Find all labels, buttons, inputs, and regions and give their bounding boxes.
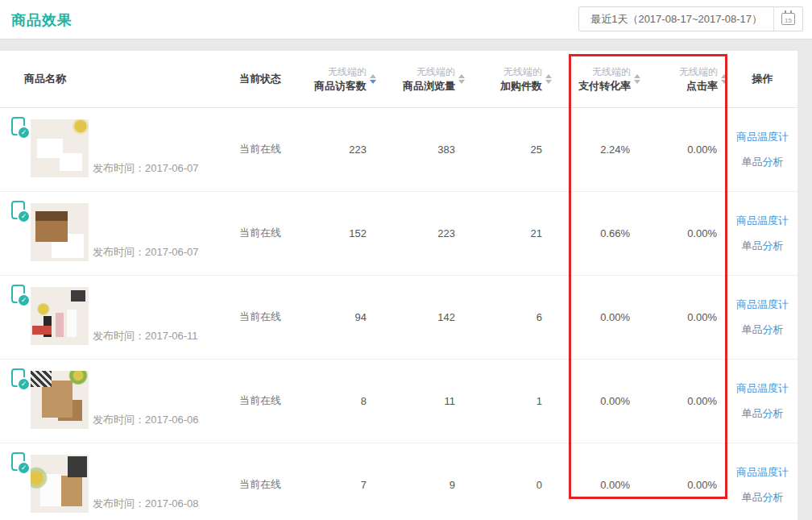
cart-adds-cell: 6 [465, 275, 552, 359]
col-header-cart-adds[interactable]: 无线端的 加购件数 [465, 51, 552, 107]
action-link-item-analysis[interactable]: 单品分析 [742, 406, 784, 421]
pay-conversion-cell: 0.00% [552, 275, 640, 359]
page-gap [0, 40, 812, 51]
table-row: 发布时间：2017-06-07 当前在线 152 223 21 0.66% 0.… [0, 191, 798, 275]
action-link-thermometer[interactable]: 商品温度计 [736, 297, 789, 312]
col-header-status: 当前状态 [230, 51, 304, 107]
views-cell: 9 [378, 443, 465, 520]
ctr-cell: 0.00% [640, 191, 727, 275]
action-link-thermometer[interactable]: 商品温度计 [736, 214, 789, 228]
date-range-label: 最近1天（2017-08-17~2017-08-17） [579, 7, 773, 31]
table-row: 发布时间：2017-06-08 当前在线 7 9 0 0.00% 0.00% 商… [0, 443, 798, 520]
views-cell: 383 [378, 107, 465, 191]
action-link-item-analysis[interactable]: 单品分析 [742, 155, 784, 169]
calendar-day-number: 15 [785, 17, 792, 24]
views-cell: 223 [378, 191, 465, 275]
ctr-cell: 0.00% [640, 359, 727, 443]
product-effect-table: 商品名称 当前状态 无线端的 商品访客数 无线端的 [0, 51, 798, 520]
status-cell: 当前在线 [230, 107, 304, 191]
calendar-button[interactable]: 15 [773, 7, 802, 31]
action-link-thermometer[interactable]: 商品温度计 [736, 465, 789, 480]
visitors-cell: 223 [304, 107, 378, 191]
action-link-item-analysis[interactable]: 单品分析 [742, 239, 784, 253]
mobile-verified-icon [11, 285, 25, 303]
views-cell: 11 [378, 359, 465, 443]
cart-adds-cell: 1 [465, 359, 552, 443]
visitors-cell: 94 [304, 275, 378, 359]
ctr-cell: 0.00% [640, 107, 727, 191]
status-cell: 当前在线 [230, 191, 304, 275]
product-table-card: 商品名称 当前状态 无线端的 商品访客数 无线端的 [0, 51, 798, 520]
sort-icon-ctr[interactable] [721, 74, 727, 84]
col-header-product-name: 商品名称 [0, 51, 230, 107]
col-header-views[interactable]: 无线端的 商品浏览量 [378, 51, 465, 107]
mobile-verified-icon [11, 201, 25, 219]
action-link-item-analysis[interactable]: 单品分析 [742, 490, 784, 505]
ctr-cell: 0.00% [640, 443, 727, 520]
col-header-ctr[interactable]: 无线端的 点击率 [640, 51, 727, 107]
mobile-verified-icon [11, 117, 25, 135]
product-thumbnail[interactable] [31, 455, 89, 513]
pay-conversion-cell: 0.66% [552, 191, 640, 275]
status-cell: 当前在线 [230, 443, 304, 520]
cart-adds-cell: 25 [465, 107, 552, 191]
table-row: 发布时间：2017-06-07 当前在线 223 383 25 2.24% 0.… [0, 107, 798, 191]
table-row: 发布时间：2017-06-11 当前在线 94 142 6 0.00% 0.00… [0, 275, 798, 359]
status-cell: 当前在线 [230, 275, 304, 359]
visitors-cell: 7 [304, 443, 378, 520]
cart-adds-cell: 21 [465, 191, 552, 275]
status-cell: 当前在线 [230, 359, 304, 443]
publish-time: 发布时间：2017-06-07 [93, 161, 199, 176]
pay-conversion-cell: 0.00% [552, 443, 640, 520]
product-thumbnail[interactable] [31, 371, 89, 429]
col-header-visitors[interactable]: 无线端的 商品访客数 [304, 51, 378, 107]
mobile-verified-icon [11, 452, 25, 471]
action-link-thermometer[interactable]: 商品温度计 [736, 381, 789, 396]
publish-time: 发布时间：2017-06-08 [93, 497, 199, 511]
calendar-icon: 15 [781, 13, 795, 25]
sort-icon-visitors[interactable] [370, 74, 376, 84]
table-header-row: 商品名称 当前状态 无线端的 商品访客数 无线端的 [0, 51, 798, 107]
top-bar: 商品效果 最近1天（2017-08-17~2017-08-17） 15 [0, 0, 812, 40]
pay-conversion-cell: 2.24% [552, 107, 640, 191]
visitors-cell: 8 [304, 359, 378, 443]
cart-adds-cell: 0 [465, 443, 552, 520]
publish-time: 发布时间：2017-06-11 [93, 329, 198, 343]
publish-time: 发布时间：2017-06-06 [93, 413, 199, 427]
date-range-picker[interactable]: 最近1天（2017-08-17~2017-08-17） 15 [578, 6, 803, 31]
views-cell: 142 [378, 275, 465, 359]
table-row: 发布时间：2017-06-06 当前在线 8 11 1 0.00% 0.00% … [0, 359, 798, 443]
mobile-verified-icon [11, 368, 25, 387]
col-header-actions: 操作 [727, 51, 798, 107]
action-link-item-analysis[interactable]: 单品分析 [742, 322, 784, 337]
product-thumbnail[interactable] [31, 119, 89, 177]
sort-icon-pay-conversion[interactable] [634, 74, 640, 84]
pay-conversion-cell: 0.00% [552, 359, 640, 443]
ctr-cell: 0.00% [640, 275, 727, 359]
sort-icon-cart-adds[interactable] [545, 74, 552, 84]
col-header-pay-conversion[interactable]: 无线端的 支付转化率 [552, 51, 640, 107]
action-link-thermometer[interactable]: 商品温度计 [736, 130, 789, 144]
product-thumbnail[interactable] [31, 287, 89, 345]
product-thumbnail[interactable] [31, 203, 89, 261]
sort-icon-views[interactable] [458, 74, 465, 84]
visitors-cell: 152 [304, 191, 378, 275]
page-title: 商品效果 [11, 10, 72, 30]
publish-time: 发布时间：2017-06-07 [93, 245, 199, 260]
